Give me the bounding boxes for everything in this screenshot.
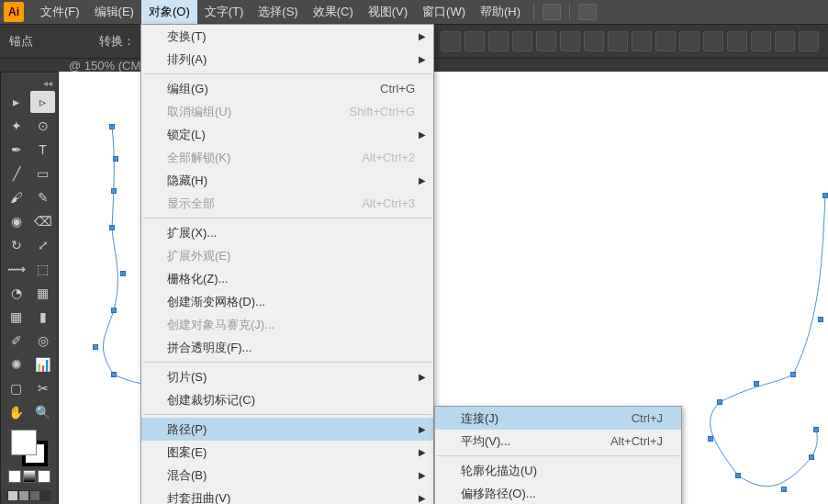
tool-magic-wand[interactable]: ✦ — [4, 115, 28, 137]
anchor-point[interactable] — [810, 455, 814, 460]
menu-item[interactable]: 排列(A)▶ — [141, 48, 433, 71]
tool-eraser[interactable]: ⌫ — [30, 210, 55, 232]
anchor-point[interactable] — [755, 382, 759, 386]
align-icon[interactable] — [632, 31, 652, 51]
toolbox-collapse[interactable]: ◂◂ — [3, 76, 56, 90]
align-icon[interactable] — [608, 31, 628, 51]
align-icon[interactable] — [655, 31, 676, 51]
align-icon[interactable] — [584, 31, 604, 51]
menu-view[interactable]: 视图(V) — [361, 0, 415, 24]
tool-width[interactable]: ⟿ — [4, 258, 28, 280]
tool-rotate[interactable]: ↻ — [4, 234, 28, 256]
anchor-point[interactable] — [718, 400, 722, 405]
menu-effect[interactable]: 效果(C) — [306, 0, 361, 24]
anchor-point[interactable] — [112, 373, 117, 377]
menu-item[interactable]: 图案(E)▶ — [141, 441, 433, 464]
tool-slice[interactable]: ✂ — [30, 377, 55, 399]
mode-chip[interactable] — [18, 490, 29, 501]
align-icon[interactable] — [679, 31, 699, 51]
menu-item[interactable]: 创建渐变网格(D)... — [141, 290, 433, 313]
tool-line[interactable]: ╱ — [4, 162, 28, 185]
tool-blob[interactable]: ◉ — [4, 210, 28, 232]
tool-symbol-spray[interactable]: ✺ — [4, 353, 28, 375]
none-mode-icon[interactable] — [38, 470, 50, 483]
anchor-point[interactable] — [782, 487, 787, 492]
mode-chip[interactable] — [7, 490, 18, 501]
color-mode-icon[interactable] — [8, 470, 21, 483]
arrange-icon[interactable] — [578, 4, 597, 20]
anchor-point[interactable] — [823, 194, 828, 198]
tool-direct-select[interactable]: ▹ — [30, 91, 55, 113]
vector-path-right[interactable] — [711, 196, 825, 487]
tool-blend[interactable]: ◎ — [30, 330, 55, 352]
anchor-point[interactable] — [110, 125, 115, 129]
anchor-point[interactable] — [819, 318, 823, 322]
tool-rectangle[interactable]: ▭ — [30, 162, 55, 185]
tool-selection[interactable]: ▸ — [4, 91, 28, 113]
menu-item[interactable]: 偏移路径(O)... — [435, 482, 681, 504]
menu-file[interactable]: 文件(F) — [33, 0, 87, 24]
anchor-point[interactable] — [94, 345, 98, 350]
menu-item[interactable]: 封套扭曲(V)▶ — [141, 487, 433, 504]
menu-item[interactable]: 创建裁切标记(C) — [141, 388, 433, 411]
anchor-point[interactable] — [814, 428, 819, 432]
tool-zoom[interactable]: 🔍 — [30, 401, 55, 423]
tool-type[interactable]: T — [30, 139, 55, 161]
menu-item[interactable]: 切片(S)▶ — [141, 365, 433, 388]
anchor-point[interactable] — [112, 189, 117, 194]
menu-item[interactable]: 扩展(X)... — [141, 221, 433, 244]
menu-item[interactable]: 轮廓化描边(U) — [435, 459, 681, 482]
tool-free-transform[interactable]: ⬚ — [30, 258, 55, 280]
align-icon[interactable] — [441, 31, 461, 51]
tool-shape-builder[interactable]: ◔ — [4, 282, 28, 304]
tool-scale[interactable]: ⤢ — [30, 234, 55, 256]
menu-help[interactable]: 帮助(H) — [473, 0, 528, 24]
anchor-point[interactable] — [791, 373, 796, 377]
tool-artboard[interactable]: ▢ — [4, 377, 28, 399]
menu-item[interactable]: 连接(J)Ctrl+J — [435, 407, 681, 430]
anchor-point[interactable] — [736, 474, 741, 478]
menu-type[interactable]: 文字(T) — [197, 0, 252, 24]
menu-item[interactable]: 拼合透明度(F)... — [141, 336, 433, 359]
tool-perspective[interactable]: ▦ — [30, 282, 55, 304]
tool-mesh[interactable]: ▦ — [4, 306, 28, 328]
tool-gradient[interactable]: ▮ — [30, 306, 55, 328]
tool-lasso[interactable]: ⊙ — [30, 115, 55, 137]
align-icon[interactable] — [488, 31, 509, 51]
menu-window[interactable]: 窗口(W) — [415, 0, 473, 24]
menu-item[interactable]: 变换(T)▶ — [141, 25, 433, 48]
align-icon[interactable] — [751, 31, 771, 51]
anchor-point[interactable] — [709, 437, 713, 442]
align-icon[interactable] — [560, 31, 580, 51]
anchor-point[interactable] — [110, 226, 115, 230]
fill-swatch[interactable] — [11, 430, 37, 455]
bridge-icon[interactable] — [543, 4, 561, 20]
menu-item[interactable]: 锁定(L)▶ — [141, 123, 433, 146]
menu-edit[interactable]: 编辑(E) — [87, 0, 141, 24]
gradient-mode-icon[interactable] — [23, 470, 36, 483]
align-icon[interactable] — [464, 31, 485, 51]
mode-chip[interactable] — [29, 490, 40, 501]
menu-select[interactable]: 选择(S) — [251, 0, 305, 24]
menu-item[interactable]: 混合(B)▶ — [141, 464, 433, 487]
align-icon[interactable] — [703, 31, 723, 51]
mode-chip[interactable] — [40, 490, 51, 501]
tool-pencil[interactable]: ✎ — [30, 186, 55, 208]
anchor-point[interactable] — [112, 308, 117, 313]
align-icon[interactable] — [512, 31, 532, 51]
tool-paintbrush[interactable]: 🖌 — [4, 186, 28, 208]
tool-eyedropper[interactable]: ✐ — [4, 330, 28, 352]
anchor-point[interactable] — [121, 272, 126, 276]
anchor-point[interactable] — [114, 157, 118, 162]
menu-item[interactable]: 编组(G)Ctrl+G — [141, 77, 433, 100]
align-icon[interactable] — [799, 31, 819, 51]
fill-stroke-swatch[interactable] — [11, 430, 48, 466]
menu-item[interactable]: 路径(P)▶ — [141, 418, 433, 441]
align-icon[interactable] — [727, 31, 747, 51]
align-icon[interactable] — [536, 31, 556, 51]
menu-item[interactable]: 栅格化(Z)... — [141, 267, 433, 290]
menu-object[interactable]: 对象(O) — [141, 0, 197, 24]
menu-item[interactable]: 平均(V)...Alt+Ctrl+J — [435, 430, 681, 453]
menu-item[interactable]: 隐藏(H)▶ — [141, 169, 433, 192]
tool-graph[interactable]: 📊 — [30, 353, 55, 375]
